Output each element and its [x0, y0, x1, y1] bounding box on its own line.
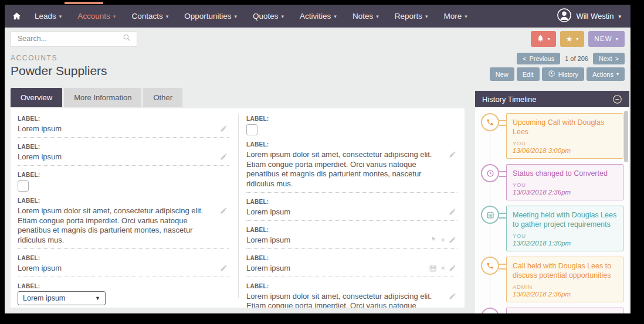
- new-record-button[interactable]: New: [490, 67, 514, 81]
- edit-icon[interactable]: [220, 153, 228, 161]
- field-label: LABEL:: [246, 115, 457, 122]
- new-button[interactable]: NEW ▾: [588, 31, 625, 47]
- timeline-card[interactable]: Upcoming Call with Douglas LeesYOU13/06/…: [506, 113, 623, 159]
- edit-icon[interactable]: [449, 292, 456, 300]
- edit-button[interactable]: Edit: [517, 67, 540, 81]
- new-record-label: New: [496, 71, 509, 78]
- bell-icon: [537, 35, 544, 43]
- nav-item-contacts[interactable]: Contacts▾: [128, 9, 172, 23]
- search-input[interactable]: [16, 34, 122, 43]
- field-value[interactable]: Lorem ipsum×: [246, 262, 457, 277]
- field-value[interactable]: Lorem ipsum: [18, 262, 229, 277]
- pagination-count: 1 of 206: [565, 55, 588, 62]
- nav-item-accounts[interactable]: Accounts▾: [74, 9, 119, 23]
- checkbox[interactable]: [246, 124, 257, 135]
- timeline-card[interactable]: Status changed to ConvertedYOU13/03/2018…: [506, 164, 623, 200]
- nav-item-more[interactable]: More▾: [440, 9, 471, 23]
- nav-item-reports[interactable]: Reports▾: [391, 9, 432, 23]
- field-value[interactable]: Lorem ipsum dolor sit amet, consectetur …: [18, 205, 229, 249]
- caret-down-icon: ▾: [548, 36, 550, 42]
- search-icon[interactable]: [122, 33, 131, 45]
- timeline-card[interactable]: Call held with Douglas Lees to discuss p…: [506, 257, 623, 302]
- crm-page: Leads▾Accounts▾Contacts▾Opportunities▾Qu…: [5, 5, 631, 313]
- field-label: LABEL:: [18, 197, 229, 204]
- actions-label: Actions: [592, 71, 614, 78]
- clear-icon[interactable]: ×: [440, 264, 445, 272]
- home-icon[interactable]: [12, 11, 22, 21]
- field-value[interactable]: Lorem ipsum×: [246, 234, 457, 249]
- cursor-icon[interactable]: [430, 236, 437, 243]
- nav-item-opportunities[interactable]: Opportunities▾: [181, 9, 240, 23]
- field-value[interactable]: Lorem ipsum: [18, 123, 229, 138]
- field-text: LABEL:Lorem ipsum×: [246, 227, 457, 249]
- field-label: LABEL:: [246, 283, 457, 289]
- detail-tabs: OverviewMore InformationOther: [5, 88, 188, 107]
- history-label: History: [558, 71, 578, 78]
- calendar-icon[interactable]: [429, 264, 437, 272]
- user-avatar-icon: [557, 8, 571, 24]
- nav-menu: Leads▾Accounts▾Contacts▾Opportunities▾Qu…: [31, 9, 557, 23]
- nav-item-leads[interactable]: Leads▾: [31, 9, 65, 23]
- timeline-card-user: YOU: [513, 182, 617, 188]
- edit-icon[interactable]: [449, 236, 456, 244]
- user-menu[interactable]: Will Westin ▾: [557, 8, 621, 24]
- field-text: Lorem ipsum: [18, 264, 62, 272]
- tab-other[interactable]: Other: [143, 88, 182, 107]
- notifications-button[interactable]: ▾: [531, 31, 556, 47]
- tab-overview[interactable]: Overview: [11, 88, 62, 107]
- nav-item-label: Opportunities: [184, 12, 231, 21]
- tab-more-information[interactable]: More Information: [64, 88, 141, 107]
- timeline-scrollbar-thumb[interactable]: [624, 111, 628, 162]
- caret-down-icon: ▾: [616, 71, 619, 77]
- select-dropdown[interactable]: Lorem ipsum▼: [18, 291, 106, 305]
- field-actions: [220, 207, 228, 214]
- phone-icon: [481, 113, 499, 131]
- checkbox[interactable]: [18, 180, 29, 192]
- nav-item-activities[interactable]: Activities▾: [296, 9, 340, 23]
- previous-button-label: Previous: [529, 55, 554, 62]
- actions-button[interactable]: Actions ▾: [587, 67, 625, 81]
- pagination: < Previous 1 of 206 Next >: [490, 53, 625, 64]
- field-text: LABEL:Lorem ipsum: [18, 144, 229, 166]
- edit-icon[interactable]: [449, 264, 456, 272]
- favorites-button[interactable]: ★ ▾: [560, 31, 585, 47]
- edit-icon[interactable]: [220, 207, 228, 214]
- nav-item-quotes[interactable]: Quotes▾: [249, 9, 287, 23]
- caret-down-icon: ▼: [95, 295, 100, 301]
- timeline-card-connector: [499, 213, 506, 219]
- edit-icon[interactable]: [449, 151, 456, 158]
- field-value[interactable]: Lorem ipsum: [246, 206, 457, 221]
- chevron-right-icon: >: [615, 55, 619, 62]
- timeline-card[interactable]: Meeting held with Douglas Lees to gather…: [506, 206, 623, 251]
- field-actions: ×: [430, 236, 456, 244]
- search-box: [11, 31, 137, 47]
- field-value[interactable]: Lorem ipsum: [18, 151, 229, 166]
- nav-item-notes[interactable]: Notes▾: [349, 9, 382, 23]
- next-button[interactable]: Next >: [593, 53, 625, 64]
- user-name: Will Westin: [576, 12, 614, 21]
- edit-icon[interactable]: [220, 125, 228, 132]
- field-value[interactable]: Lorem ipsum dolor sit amet, consectetur …: [246, 149, 457, 193]
- nav-item-label: Notes: [352, 12, 373, 21]
- previous-button[interactable]: < Previous: [517, 53, 560, 64]
- timeline-card-title: Meeting held with Douglas Lees to gather…: [513, 210, 617, 229]
- collapse-icon[interactable]: [612, 94, 622, 104]
- clear-icon[interactable]: ×: [440, 236, 445, 244]
- field-label: LABEL:: [246, 227, 457, 233]
- nav-item-label: Reports: [395, 12, 422, 21]
- timeline-card[interactable]: Status changed to ResearchingADMIN13/02/…: [506, 308, 623, 313]
- timeline-card-connector: [499, 264, 506, 270]
- field-text: Lorem ipsum dolor sit amet, consectetur …: [246, 150, 432, 188]
- field-label: LABEL:: [18, 283, 229, 289]
- select-value: Lorem ipsum: [23, 294, 65, 302]
- timeline-entry: Status changed to ResearchingADMIN13/02/…: [481, 308, 623, 313]
- timeline-card-title: Status changed to Converted: [513, 169, 617, 178]
- edit-icon[interactable]: [220, 264, 228, 272]
- caret-down-icon: ▾: [376, 13, 379, 19]
- history-button[interactable]: History: [542, 67, 584, 81]
- timeline-card-user: YOU: [513, 233, 617, 239]
- caret-down-icon: ▾: [618, 13, 621, 19]
- field-text: Lorem ipsum: [18, 124, 62, 133]
- edit-icon[interactable]: [449, 208, 456, 216]
- field-value[interactable]: Lorem ipsum dolor sit amet, consectetur …: [246, 291, 457, 308]
